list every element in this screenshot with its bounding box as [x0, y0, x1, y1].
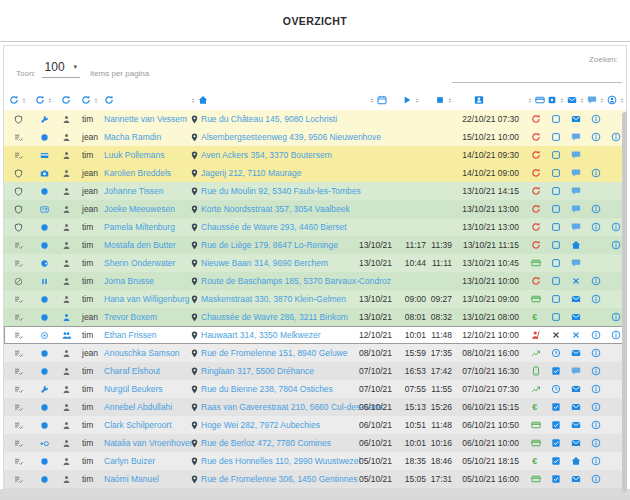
info-icon[interactable]	[591, 438, 601, 448]
row-message[interactable]	[566, 146, 586, 164]
sort-sync-icon[interactable]	[81, 95, 91, 105]
row-info-1[interactable]	[586, 380, 606, 398]
row-message[interactable]	[566, 254, 586, 272]
row-message[interactable]	[566, 236, 586, 254]
row-confirm[interactable]	[546, 182, 566, 200]
address-link[interactable]: Rue de Liège 179, 8647 Lo-Reninge	[201, 240, 338, 250]
square-icon[interactable]	[551, 294, 561, 304]
sort-icon[interactable]	[190, 96, 196, 105]
row-confirm[interactable]	[546, 398, 566, 416]
row-info-1[interactable]	[586, 470, 606, 488]
row-confirm[interactable]	[546, 362, 566, 380]
address-link[interactable]: Rue des Honnelles 110, 2990 Wuustwezel	[201, 456, 360, 466]
row-message[interactable]	[566, 308, 586, 326]
address-link[interactable]: Rue de Berloz 472, 7780 Comines	[201, 438, 331, 448]
row-info-1[interactable]	[586, 452, 606, 470]
row-message[interactable]	[566, 200, 586, 218]
row-confirm[interactable]	[546, 272, 566, 290]
home-icon[interactable]	[571, 240, 581, 250]
row-message[interactable]	[566, 416, 586, 434]
col-visit-date[interactable]	[348, 90, 394, 110]
sort-icon[interactable]	[527, 96, 533, 105]
info-icon[interactable]	[591, 222, 601, 232]
row-confirm[interactable]	[546, 452, 566, 470]
address-link[interactable]: Nieuwe Baan 314, 9690 Berchem	[201, 258, 328, 268]
address-link[interactable]: Korte Noordsstraat 357, 3054 Vaalbeek	[201, 204, 350, 214]
sort-sync-icon[interactable]	[9, 95, 19, 105]
stop-icon[interactable]	[435, 95, 445, 105]
row-info-1[interactable]	[586, 164, 606, 182]
info-icon[interactable]	[591, 348, 601, 358]
clock-icon[interactable]	[551, 384, 561, 394]
client-name-link[interactable]: Nurgül Beukers	[104, 384, 163, 394]
address-link[interactable]: Ringlaan 317, 5500 Dréhance	[201, 366, 314, 376]
chat-icon[interactable]	[587, 95, 597, 105]
info-icon[interactable]	[591, 276, 601, 286]
sort-sync-icon[interactable]	[35, 95, 45, 105]
row-info-1[interactable]	[586, 272, 606, 290]
square-icon[interactable]	[551, 222, 561, 232]
row-confirm[interactable]	[546, 254, 566, 272]
vertical-scrollbar[interactable]	[622, 112, 627, 492]
row-confirm[interactable]	[546, 164, 566, 182]
row-message[interactable]	[566, 218, 586, 236]
envelope-icon[interactable]	[571, 438, 581, 448]
chat-icon[interactable]	[571, 366, 581, 376]
row-confirm[interactable]	[546, 290, 566, 308]
client-name-link[interactable]: Pamela Miltenburg	[104, 222, 175, 232]
client-name-link[interactable]: Nannette van Vessem	[104, 114, 187, 124]
row-info-1[interactable]	[586, 434, 606, 452]
col-status-3[interactable]	[566, 90, 586, 110]
row-message[interactable]	[566, 290, 586, 308]
address-link[interactable]: Chaussée de Wavre 293, 4460 Bierset	[201, 222, 347, 232]
sort-icon[interactable]	[599, 96, 605, 105]
col-status-1[interactable]	[526, 90, 546, 110]
row-confirm[interactable]	[546, 110, 566, 128]
row-message[interactable]	[566, 128, 586, 146]
envelope-icon[interactable]	[571, 312, 581, 322]
client-name-link[interactable]: Hana van Willigenburg	[104, 294, 190, 304]
info-icon[interactable]	[591, 456, 601, 466]
envelope-icon[interactable]	[567, 95, 577, 105]
sort-icon[interactable]	[447, 96, 453, 105]
envelope-icon[interactable]	[571, 294, 581, 304]
col-start-time[interactable]	[394, 90, 428, 110]
row-confirm[interactable]	[546, 380, 566, 398]
client-name-link[interactable]: Trevor Boxem	[104, 312, 157, 322]
client-name-link[interactable]: Luuk Pollemans	[104, 150, 164, 160]
row-info-1[interactable]	[586, 416, 606, 434]
envelope-icon[interactable]	[571, 114, 581, 124]
check-icon[interactable]	[551, 456, 561, 466]
info-icon[interactable]	[591, 114, 601, 124]
envelope-icon[interactable]	[571, 402, 581, 412]
row-confirm[interactable]	[546, 200, 566, 218]
square-dot-icon[interactable]	[547, 95, 557, 105]
x-blue-icon[interactable]	[571, 330, 581, 340]
col-status-5[interactable]	[606, 90, 626, 110]
row-message[interactable]	[566, 362, 586, 380]
info-icon[interactable]	[611, 240, 621, 250]
row-message[interactable]	[566, 344, 586, 362]
row-message[interactable]	[566, 380, 586, 398]
row-message[interactable]	[566, 272, 586, 290]
address-link[interactable]: Rue du Château 145, 9080 Lochristi	[201, 114, 337, 124]
chat-icon[interactable]	[571, 204, 581, 214]
client-name-link[interactable]: Jorna Brusse	[104, 276, 154, 286]
address-link[interactable]: Rue de Fromelenne 306, 1450 Gentinnes	[201, 474, 357, 484]
row-confirm[interactable]	[546, 146, 566, 164]
row-message[interactable]	[566, 452, 586, 470]
address-link[interactable]: Hoge Wei 282, 7972 Aubechies	[201, 420, 320, 430]
row-message[interactable]	[566, 434, 586, 452]
address-link[interactable]: Maskenstraat 330, 3870 Klein-Gelmen	[201, 294, 346, 304]
id-badge-icon[interactable]	[474, 95, 484, 105]
square-icon[interactable]	[551, 132, 561, 142]
clock-icon[interactable]	[551, 348, 561, 358]
row-message[interactable]	[566, 398, 586, 416]
client-name-link[interactable]: Johanne Tissen	[104, 186, 164, 196]
row-confirm[interactable]	[546, 434, 566, 452]
row-info-1[interactable]	[586, 290, 606, 308]
row-confirm[interactable]	[546, 308, 566, 326]
info-icon[interactable]	[591, 168, 601, 178]
x-blue-icon[interactable]	[571, 276, 581, 286]
client-name-link[interactable]: Macha Ramdin	[104, 132, 161, 142]
